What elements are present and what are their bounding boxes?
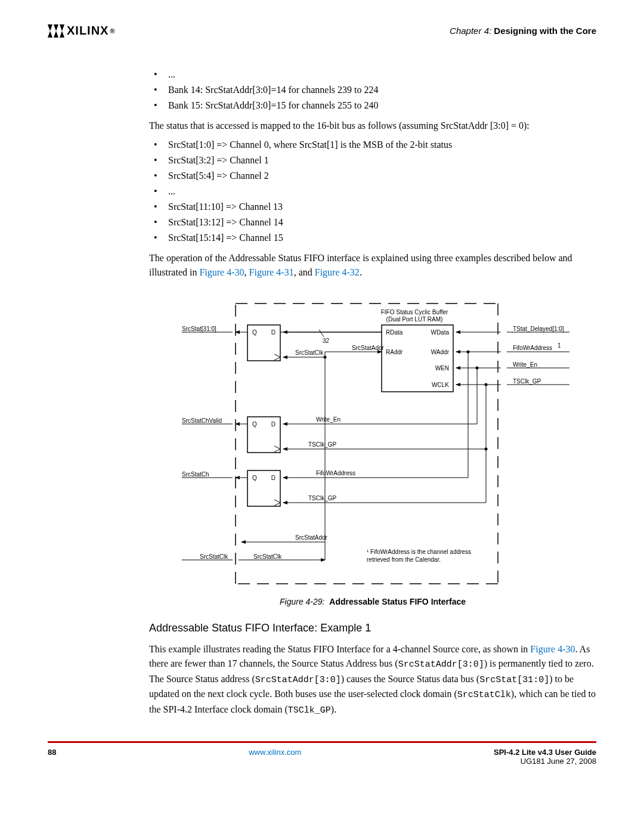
- page-number: 88: [48, 748, 56, 766]
- figure-4-29: FIFO Status Cyclic Buffer (Dual Port LUT…: [149, 298, 596, 590]
- svg-text:SrcStatClk: SrcStatClk: [253, 553, 282, 560]
- footer-url-link[interactable]: www.xilinx.com: [249, 748, 301, 757]
- svg-text:D: D: [271, 475, 275, 481]
- svg-text:D: D: [271, 329, 275, 336]
- bullet-list-status: SrcStat[1:0] => Channel 0, where SrcStat…: [149, 138, 596, 245]
- svg-marker-2: [54, 24, 58, 38]
- svg-text:SrcStatChValid: SrcStatChValid: [182, 417, 222, 424]
- doc-title: SPI-4.2 Lite v4.3 User Guide: [494, 748, 596, 757]
- svg-text:RData: RData: [386, 329, 403, 336]
- svg-text:WData: WData: [431, 329, 449, 336]
- chapter-title: Chapter 4: Designing with the Core: [450, 26, 596, 36]
- svg-text:TStat_Delayed[1:0]: TStat_Delayed[1:0]: [513, 326, 564, 332]
- svg-marker-3: [60, 24, 64, 31]
- svg-marker-4: [60, 31, 64, 38]
- list-item: SrcStat[5:4] => Channel 2: [149, 169, 596, 183]
- svg-text:WCLK: WCLK: [432, 382, 449, 388]
- figure-link[interactable]: Figure 4-30: [199, 267, 244, 277]
- svg-text:SrcStatClk: SrcStatClk: [200, 553, 228, 560]
- list-item: ...: [149, 67, 596, 82]
- svg-text:1: 1: [558, 342, 561, 349]
- svg-text:Q: Q: [252, 329, 257, 336]
- svg-text:¹ FifoWrAddress is the channel: ¹ FifoWrAddress is the channel address: [367, 549, 471, 555]
- svg-marker-0: [48, 24, 52, 31]
- figure-caption: Figure 4-29: Addressable Status FIFO Int…: [149, 596, 596, 608]
- list-item: SrcStat[13:12] => Channel 14: [149, 215, 596, 230]
- diagram-svg: FIFO Status Cyclic Buffer (Dual Port LUT…: [176, 298, 569, 590]
- list-item: SrcStat[1:0] => Channel 0, where SrcStat…: [149, 138, 596, 152]
- svg-text:WEN: WEN: [435, 365, 449, 371]
- figure-link[interactable]: Figure 4-30: [530, 644, 575, 654]
- svg-text:SrcStatClk: SrcStatClk: [295, 349, 324, 356]
- svg-text:32: 32: [323, 337, 330, 344]
- reg-mark: ®: [110, 27, 115, 35]
- svg-text:FifoWrAddress: FifoWrAddress: [316, 470, 355, 476]
- list-item: SrcStat[15:14] => Channel 15: [149, 231, 596, 245]
- figure-link[interactable]: Figure 4-32: [315, 267, 360, 277]
- doc-id: UG181 June 27, 2008: [494, 757, 596, 766]
- page-header: XILINX ® Chapter 4: Designing with the C…: [48, 24, 596, 38]
- svg-text:Write_En: Write_En: [316, 416, 340, 423]
- figure-link[interactable]: Figure 4-31: [249, 267, 294, 277]
- paragraph: This example illustrates reading the Sta…: [149, 642, 596, 717]
- svg-text:TSClk_GP: TSClk_GP: [308, 441, 337, 448]
- list-item: SrcStat[3:2] => Channel 1: [149, 153, 596, 168]
- bullet-list-banks: ... Bank 14: SrcStatAddr[3:0]=14 for cha…: [149, 67, 596, 113]
- page-footer: 88 www.xilinx.com SPI-4.2 Lite v4.3 User…: [48, 741, 596, 766]
- svg-text:Q: Q: [252, 475, 257, 481]
- svg-text:retrieved from the Calendar.: retrieved from the Calendar.: [367, 556, 441, 563]
- logo-text: XILINX: [67, 24, 109, 38]
- xilinx-logo-icon: [48, 24, 64, 38]
- svg-text:SrcStatCh: SrcStatCh: [182, 471, 209, 478]
- list-item: SrcStat[11:10] => Channel 13: [149, 200, 596, 214]
- content-body: ... Bank 14: SrcStatAddr[3:0]=14 for cha…: [149, 67, 596, 717]
- svg-text:FifoWrAddress: FifoWrAddress: [513, 345, 552, 351]
- svg-text:SrcStatAddr: SrcStatAddr: [295, 534, 328, 541]
- svg-text:TSClk_GP: TSClk_GP: [513, 378, 541, 385]
- list-item: ...: [149, 184, 596, 199]
- svg-text:FIFO Status Cyclic Buffer: FIFO Status Cyclic Buffer: [381, 309, 448, 315]
- svg-text:Write_En: Write_En: [513, 361, 537, 368]
- subheading: Addressable Status FIFO Interface: Examp…: [149, 620, 596, 636]
- svg-text:RAddr: RAddr: [386, 349, 403, 355]
- xilinx-logo: XILINX ®: [48, 24, 116, 38]
- svg-text:(Dual Port LUT RAM): (Dual Port LUT RAM): [386, 316, 443, 323]
- svg-text:SrcStat[31:0]: SrcStat[31:0]: [182, 326, 216, 332]
- svg-line-34: [319, 330, 324, 337]
- svg-text:WAddr: WAddr: [431, 349, 450, 355]
- paragraph: The status that is accessed is mapped to…: [149, 119, 596, 133]
- svg-point-77: [324, 356, 327, 359]
- paragraph: The operation of the Addressable Status …: [149, 251, 596, 280]
- list-item: Bank 15: SrcStatAddr[3:0]=15 for channel…: [149, 98, 596, 113]
- svg-text:D: D: [271, 421, 275, 428]
- list-item: Bank 14: SrcStatAddr[3:0]=14 for channel…: [149, 83, 596, 97]
- svg-text:Q: Q: [252, 421, 257, 428]
- svg-text:SrcStatAddr: SrcStatAddr: [352, 345, 385, 351]
- svg-marker-1: [48, 31, 52, 38]
- svg-text:TSClk_GP: TSClk_GP: [308, 495, 337, 501]
